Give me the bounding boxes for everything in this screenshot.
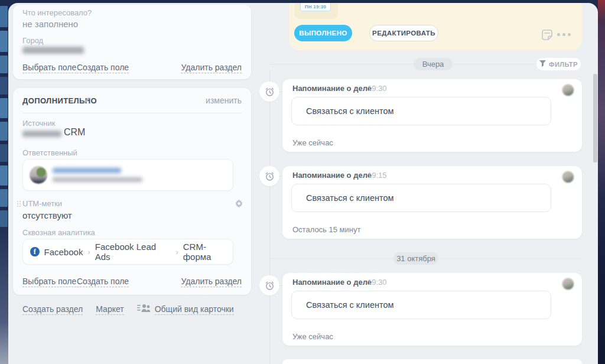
- field-label: Сквозная аналитика: [22, 228, 95, 237]
- funnel-icon: [539, 60, 546, 68]
- drag-handle-icon[interactable]: [17, 201, 21, 207]
- section-additional: ДОПОЛНИТЕЛЬНО изменить Источник CRM Отве…: [13, 88, 251, 295]
- date-separator-chip: 31 октября: [393, 252, 438, 265]
- redacted-source-prefix: [22, 131, 61, 137]
- source-value[interactable]: CRM: [64, 127, 85, 138]
- reminder-card-partial: [282, 359, 582, 364]
- desktop-wallpaper-edge: [598, 0, 605, 364]
- reminder-text-box[interactable]: Связаться с клиентом: [291, 97, 551, 125]
- card-view-link[interactable]: Общий вид карточки: [155, 304, 234, 315]
- note-icon[interactable]: [541, 28, 554, 44]
- reminder-text: Связаться с клиентом: [292, 193, 394, 203]
- redacted-city-value[interactable]: [22, 47, 84, 54]
- create-field-link[interactable]: Создать поле: [77, 63, 129, 73]
- alarm-clock-icon: [259, 166, 279, 186]
- choose-field-link[interactable]: Выбрать поле: [22, 277, 76, 287]
- reminder-time: 19:30: [367, 84, 387, 93]
- divider: [22, 113, 242, 113]
- delete-section-link[interactable]: Удалить раздел: [181, 277, 242, 287]
- people-icon: [137, 304, 151, 315]
- filter-button[interactable]: ФИЛЬТР: [536, 58, 581, 70]
- create-section-link[interactable]: Создать раздел: [22, 304, 83, 315]
- facebook-icon: f: [30, 247, 40, 256]
- done-button[interactable]: ВЫПОЛНЕНО: [294, 25, 352, 41]
- reminder-status: Уже сейчас: [292, 332, 333, 341]
- path-item[interactable]: Facebook: [40, 247, 83, 257]
- alarm-clock-icon: [259, 82, 279, 102]
- field-label: Источник: [22, 119, 56, 128]
- choose-field-link[interactable]: Выбрать поле: [22, 63, 76, 73]
- more-actions-icon[interactable]: [557, 33, 571, 36]
- field-label: Город: [22, 36, 43, 45]
- field-label: Что интересовало?: [22, 8, 92, 17]
- avatar: [30, 166, 47, 184]
- reminder-time: 19:30: [367, 278, 387, 287]
- chevron-right-icon: ›: [83, 248, 95, 256]
- redacted-user-name: [53, 168, 121, 173]
- path-item[interactable]: Facebook Lead Ads: [95, 242, 171, 262]
- reminder-time: 19:15: [367, 171, 387, 180]
- reminder-status: Осталось 15 минут: [292, 225, 360, 234]
- avatar: [562, 171, 574, 183]
- edit-button[interactable]: РЕДАКТИРОВАТЬ: [369, 25, 438, 41]
- gear-icon[interactable]: [235, 199, 243, 210]
- reminder-title: Напоминание о деле: [292, 171, 372, 180]
- chevron-right-icon: ›: [171, 248, 183, 256]
- reminder-card: Напоминание о деле 19:30 Связаться с кли…: [282, 79, 582, 152]
- delete-section-link[interactable]: Удалить раздел: [181, 63, 242, 73]
- section-interest: Что интересовало? не заполнено Город Выб…: [13, 5, 251, 79]
- responsible-user-card[interactable]: [22, 159, 233, 191]
- reminder-title: Напоминание о деле: [292, 278, 372, 287]
- open-task-card: ПН 19:30 ВЫПОЛНЕНО РЕДАКТИРОВАТЬ: [290, 3, 582, 50]
- edit-section-link[interactable]: изменить: [206, 96, 242, 105]
- utm-value[interactable]: отсутствуют: [22, 210, 72, 220]
- scrollbar-thumb[interactable]: [593, 74, 597, 162]
- analytics-path-card[interactable]: f Facebook › Facebook Lead Ads › CRM-фор…: [22, 239, 233, 265]
- field-label: UTM-метки: [22, 199, 62, 208]
- due-date-chip[interactable]: ПН 19:30: [300, 3, 331, 11]
- field-value[interactable]: не заполнено: [22, 19, 78, 29]
- create-field-link[interactable]: Создать поле: [77, 277, 129, 287]
- reminder-status: Уже сейчас: [292, 138, 333, 147]
- timeline-line: [269, 70, 270, 364]
- app-sidebar-strip: [0, 0, 8, 364]
- avatar: [562, 84, 574, 96]
- path-item[interactable]: CRM-форма: [183, 242, 233, 262]
- redacted-user-role: [53, 177, 142, 182]
- date-separator-chip: Вчера: [414, 58, 453, 70]
- reminder-text-box[interactable]: Связаться с клиентом: [291, 291, 551, 319]
- reminder-text-box[interactable]: Связаться с клиентом: [291, 184, 551, 212]
- alarm-clock-icon: [259, 275, 279, 295]
- reminder-text: Связаться с клиентом: [292, 300, 394, 310]
- reminder-card: Напоминание о деле 19:15 Связаться с кли…: [282, 166, 582, 239]
- field-label: Ответственный: [22, 148, 77, 157]
- pencil-icon[interactable]: [83, 96, 90, 107]
- reminder-text: Связаться с клиентом: [292, 106, 394, 116]
- avatar: [562, 278, 574, 290]
- card-footer-links: Создать раздел Маркет Общий вид карточки: [22, 304, 234, 315]
- market-link[interactable]: Маркет: [96, 304, 123, 315]
- reminder-title: Напоминание о деле: [292, 84, 372, 93]
- reminder-card: Напоминание о деле 19:30 Связаться с кли…: [282, 273, 582, 346]
